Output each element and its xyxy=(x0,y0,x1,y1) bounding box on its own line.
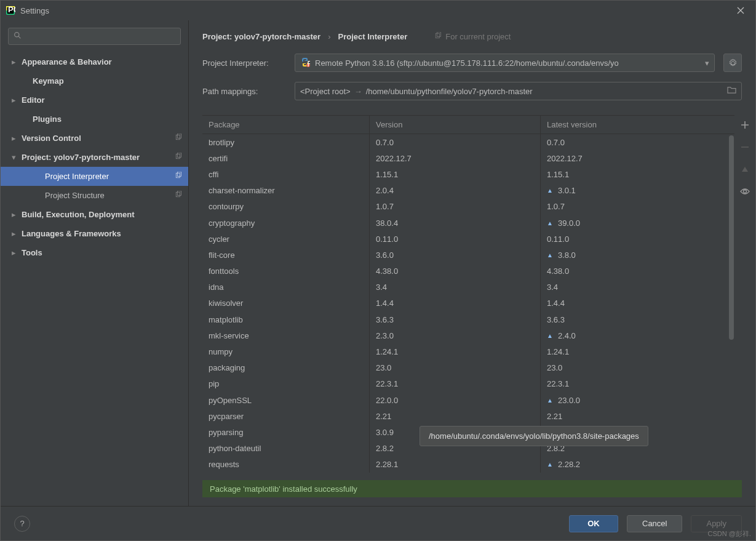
table-row[interactable]: pycparser2.212.21 xyxy=(202,408,734,424)
sidebar: ▸Appearance & Behavior▸Keymap▸Editor▸Plu… xyxy=(1,20,189,506)
table-row[interactable]: packaging23.023.0 xyxy=(202,360,734,376)
path-mapping-root: <Project root> xyxy=(300,87,351,96)
cancel-button[interactable]: Cancel xyxy=(627,515,682,532)
cell-latest: ▲3.0.1 xyxy=(541,183,734,199)
tree-item[interactable]: ▾Project: yolov7-pytorch-master xyxy=(1,148,188,167)
ok-button[interactable]: OK xyxy=(569,515,618,532)
settings-search-input[interactable] xyxy=(25,32,175,41)
question-icon: ? xyxy=(20,519,24,528)
remove-package-button[interactable] xyxy=(738,140,752,154)
scrollbar-thumb[interactable] xyxy=(729,135,734,340)
cell-package: pycparser xyxy=(202,408,370,424)
breadcrumb-project: Project: yolov7-pytorch-master xyxy=(202,32,320,41)
table-row[interactable]: pip22.3.122.3.1 xyxy=(202,376,734,392)
svg-line-5 xyxy=(18,36,20,38)
table-row[interactable]: flit-core3.6.0▲3.8.0 xyxy=(202,247,734,263)
cell-latest: 1.24.1 xyxy=(541,343,734,359)
cell-version: 1.4.4 xyxy=(370,295,541,311)
tree-item[interactable]: ▸Build, Execution, Deployment xyxy=(1,205,188,224)
interpreter-settings-button[interactable] xyxy=(723,54,742,72)
status-bar: Package 'matplotlib' installed successfu… xyxy=(202,480,742,497)
tree-item[interactable]: ▸Project Structure xyxy=(1,186,188,205)
add-package-button[interactable] xyxy=(738,118,752,132)
tree-item-label: Version Control xyxy=(22,134,188,143)
folder-icon xyxy=(727,86,736,94)
cell-version: 3.6.3 xyxy=(370,311,541,327)
cell-package: numpy xyxy=(202,343,370,359)
table-row[interactable]: cffi1.15.11.15.1 xyxy=(202,166,734,182)
table-row[interactable]: cycler0.11.00.11.0 xyxy=(202,231,734,247)
cell-latest: ▲23.0.0 xyxy=(541,392,734,408)
tree-item[interactable]: ▸Version Control xyxy=(1,129,188,148)
svg-rect-15 xyxy=(437,32,441,37)
table-row[interactable]: cryptography38.0.4▲39.0.0 xyxy=(202,215,734,231)
table-row[interactable]: requests2.28.1▲2.28.2 xyxy=(202,457,734,473)
tree-item[interactable]: ▸Plugins xyxy=(1,110,188,129)
cell-package: packaging xyxy=(202,360,370,376)
col-version[interactable]: Version xyxy=(370,116,541,134)
table-row[interactable]: pyOpenSSL22.0.0▲23.0.0 xyxy=(202,392,734,408)
tree-item[interactable]: ▸Languages & Frameworks xyxy=(1,224,188,243)
cell-latest: 1.4.4 xyxy=(541,295,734,311)
copy-icon xyxy=(175,134,182,143)
interpreter-combo[interactable]: R Remote Python 3.8.16 (sftp://ubuntu@17… xyxy=(295,54,715,72)
help-button[interactable]: ? xyxy=(14,516,30,532)
cell-version: 23.0 xyxy=(370,360,541,376)
upgrade-package-button[interactable] xyxy=(738,162,752,177)
tree-item[interactable]: ▸Project Interpreter xyxy=(1,167,188,186)
cell-version: 1.0.7 xyxy=(370,199,541,215)
table-row[interactable]: mkl-service2.3.0▲2.4.0 xyxy=(202,327,734,343)
close-button[interactable] xyxy=(731,1,750,20)
table-row[interactable]: brotlipy0.7.00.7.0 xyxy=(202,134,734,150)
col-package[interactable]: Package xyxy=(202,116,370,134)
table-scrollbar[interactable] xyxy=(728,134,734,481)
table-row[interactable]: kiwisolver1.4.41.4.4 xyxy=(202,295,734,311)
table-row[interactable]: certifi2022.12.72022.12.7 xyxy=(202,150,734,166)
svg-rect-11 xyxy=(178,172,181,177)
cell-version: 1.24.1 xyxy=(370,343,541,359)
cell-version: 2.21 xyxy=(370,408,541,424)
settings-search[interactable] xyxy=(8,28,181,45)
tree-item[interactable]: ▸Appearance & Behavior xyxy=(1,52,188,71)
table-row[interactable]: idna3.43.4 xyxy=(202,279,734,295)
table-row[interactable]: fonttools4.38.04.38.0 xyxy=(202,263,734,279)
for-current-project-badge: For current project xyxy=(434,32,511,41)
copy-icon xyxy=(175,153,182,162)
tree-item[interactable]: ▸Editor xyxy=(1,90,188,110)
show-early-releases-button[interactable] xyxy=(738,184,752,199)
status-message: Package 'matplotlib' installed successfu… xyxy=(210,484,357,494)
cell-version: 0.7.0 xyxy=(370,134,541,150)
browse-folder-button[interactable] xyxy=(727,86,736,96)
chevron-right-icon: ▸ xyxy=(12,248,20,257)
col-latest[interactable]: Latest version xyxy=(541,116,734,134)
tree-item-label: Project Interpreter xyxy=(45,172,188,181)
table-row[interactable]: charset-normalizer2.0.4▲3.0.1 xyxy=(202,183,734,199)
svg-rect-9 xyxy=(178,153,181,158)
upgrade-available-icon: ▲ xyxy=(547,252,553,258)
svg-rect-10 xyxy=(176,173,180,178)
tree-item-label: Tools xyxy=(22,248,188,257)
dialog-buttons: ? OK Cancel Apply xyxy=(1,506,755,540)
svg-rect-7 xyxy=(178,134,181,138)
cell-version: 2.3.0 xyxy=(370,327,541,343)
cell-package: contourpy xyxy=(202,199,370,215)
path-mappings-field[interactable]: <Project root> → /home/ubuntu/pythonfile… xyxy=(295,82,742,100)
eye-icon xyxy=(740,188,750,195)
cell-latest: ▲3.8.0 xyxy=(541,247,734,263)
table-row[interactable]: matplotlib3.6.33.6.3 xyxy=(202,311,734,327)
chevron-down-icon: ▾ xyxy=(705,58,709,68)
table-row[interactable]: contourpy1.0.71.0.7 xyxy=(202,199,734,215)
svg-text:R: R xyxy=(308,59,311,67)
tree-item[interactable]: ▸Keymap xyxy=(1,71,188,90)
tree-item[interactable]: ▸Tools xyxy=(1,243,188,262)
cell-latest: 2.21 xyxy=(541,408,734,424)
chevron-down-icon: ▾ xyxy=(12,153,20,162)
tree-item-label: Project Structure xyxy=(45,191,188,200)
cell-version: 3.6.0 xyxy=(370,247,541,263)
settings-tree[interactable]: ▸Appearance & Behavior▸Keymap▸Editor▸Plu… xyxy=(1,52,188,506)
table-row[interactable]: numpy1.24.11.24.1 xyxy=(202,343,734,359)
cell-package: cffi xyxy=(202,166,370,182)
tree-item-label: Build, Execution, Deployment xyxy=(22,210,188,219)
svg-rect-14 xyxy=(436,33,439,38)
upgrade-available-icon: ▲ xyxy=(547,220,553,226)
